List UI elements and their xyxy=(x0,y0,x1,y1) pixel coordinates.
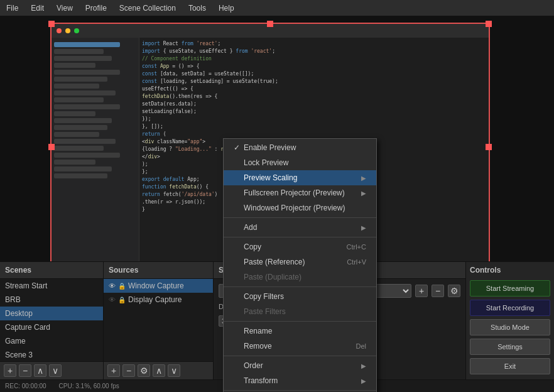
ctx-rename[interactable]: ✓ Rename xyxy=(224,324,376,339)
arrow-transform: ▶ xyxy=(361,378,366,384)
ctx-label-paste-reference: Paste (Reference) xyxy=(244,258,305,266)
exit-button[interactable]: Exit xyxy=(470,358,550,374)
hidden-icon: 👁 xyxy=(109,296,116,303)
studio-mode-button[interactable]: Studio Mode xyxy=(470,319,550,335)
scenes-panel: Scenes Stream Start BRB Desktop Capture … xyxy=(0,262,104,379)
scene-item-scene3[interactable]: Scene 3 xyxy=(0,348,103,361)
ctx-preview-scaling[interactable]: ✓ Preview Scaling ▶ xyxy=(224,170,376,185)
menu-view[interactable]: View xyxy=(50,1,79,15)
scene-item-stream-start[interactable]: Stream Start xyxy=(0,279,103,293)
settings-button[interactable]: Settings xyxy=(470,339,550,355)
scene-down-button[interactable]: ∨ xyxy=(49,364,62,377)
source-label-display: Display Capture xyxy=(128,295,182,304)
remove-scene-button[interactable]: − xyxy=(19,364,31,377)
source-settings-button[interactable]: ⚙ xyxy=(138,364,150,377)
sources-header: Sources xyxy=(104,262,213,279)
lock-icon-1: 🔒 xyxy=(118,283,126,290)
start-streaming-button[interactable]: Start Streaming xyxy=(470,280,550,297)
ctx-sep-5 xyxy=(224,356,376,356)
ctx-sep-6 xyxy=(224,390,376,391)
eye-icon: 👁 xyxy=(109,282,116,290)
source-up-button[interactable]: ∧ xyxy=(153,364,165,377)
scene-item-capture-card[interactable]: Capture Card xyxy=(0,320,103,334)
add-scene-button[interactable]: + xyxy=(4,364,16,377)
start-recording-button[interactable]: Start Recording xyxy=(470,300,550,316)
ctx-label-enable-preview: Enable Preview xyxy=(244,143,296,152)
arrow-fullscreen: ▶ xyxy=(361,190,366,197)
ctx-copy[interactable]: ✓ Copy Ctrl+C xyxy=(224,239,376,254)
remove-transition-button[interactable]: − xyxy=(432,285,444,297)
menu-file[interactable]: File xyxy=(0,1,24,15)
check-icon: ✓ xyxy=(234,143,240,152)
ctx-label-paste-filters: Paste Filters xyxy=(244,307,286,316)
add-source-button[interactable]: + xyxy=(107,364,120,377)
arrow-order: ▶ xyxy=(361,362,366,369)
ctx-label-copy: Copy xyxy=(244,242,261,251)
ctx-label-remove: Remove xyxy=(244,342,272,351)
menu-edit[interactable]: Edit xyxy=(24,1,50,15)
ctx-remove[interactable]: ✓ Remove Del xyxy=(224,339,376,354)
ctx-label-preview-scaling: Preview Scaling xyxy=(244,173,297,182)
context-menu: ✓ Enable Preview ✓ Lock Preview ✓ Previe… xyxy=(223,138,377,392)
ctx-transform[interactable]: ✓ Transform ▶ xyxy=(224,373,376,388)
ctx-sep-2 xyxy=(224,237,376,237)
ctx-label-windowed-projector: Windowed Projector (Preview) xyxy=(244,204,345,212)
ctx-fullscreen-projector[interactable]: ✓ Fullscreen Projector (Preview) ▶ xyxy=(224,185,376,200)
ctx-label-lock-preview: Lock Preview xyxy=(244,158,288,167)
ctx-label-rename: Rename xyxy=(244,327,272,335)
ctx-label-transform: Transform xyxy=(244,376,278,385)
handle-tm[interactable] xyxy=(267,21,273,27)
menubar: File Edit View Profile Scene Collection … xyxy=(0,0,554,16)
ctx-sep-1 xyxy=(224,217,376,218)
cpu-usage: CPU: 3.1%, 60.00 fps xyxy=(59,383,119,389)
remove-shortcut: Del xyxy=(356,342,366,350)
ctx-paste-duplicate: ✓ Paste (Duplicate) xyxy=(224,270,376,285)
ctx-sep-3 xyxy=(224,286,376,287)
add-transition-button[interactable]: + xyxy=(415,285,428,297)
handle-tl[interactable] xyxy=(48,21,55,27)
menu-profile[interactable]: Profile xyxy=(79,1,113,15)
scene-item-desktop[interactable]: Desktop xyxy=(0,307,103,320)
handle-tr[interactable] xyxy=(486,21,492,27)
ctx-label-copy-filters: Copy Filters xyxy=(244,292,284,301)
controls-panel: Controls Start Streaming Start Recording… xyxy=(466,262,554,379)
ctx-enable-preview[interactable]: ✓ Enable Preview xyxy=(224,140,376,155)
source-item-window-capture[interactable]: 👁 🔒 Window Capture xyxy=(104,279,213,293)
ctx-lock-preview[interactable]: ✓ Lock Preview xyxy=(224,155,376,170)
ctx-copy-filters[interactable]: ✓ Copy Filters xyxy=(224,289,376,304)
source-item-display-capture[interactable]: 👁 🔒 Display Capture xyxy=(104,293,213,307)
menu-help[interactable]: Help xyxy=(212,1,241,15)
ctx-add[interactable]: ✓ Add ▶ xyxy=(224,220,376,235)
source-label-window: Window Capture xyxy=(128,281,184,290)
ctx-order[interactable]: ✓ Order ▶ xyxy=(224,358,376,373)
scene-item-brb[interactable]: BRB xyxy=(0,293,103,307)
ctx-label-order: Order xyxy=(244,361,263,370)
handle-mr[interactable] xyxy=(486,144,492,150)
scene-item-game[interactable]: Game xyxy=(0,334,103,348)
scenes-toolbar: + − ∧ ∨ xyxy=(0,361,103,379)
ctx-label-paste-duplicate: Paste (Duplicate) xyxy=(244,273,301,281)
ctx-label-fullscreen-projector: Fullscreen Projector (Preview) xyxy=(244,188,345,197)
lock-icon-2: 🔒 xyxy=(118,297,126,303)
source-down-button[interactable]: ∨ xyxy=(168,364,180,377)
arrow-preview-scaling: ▶ xyxy=(361,175,366,182)
controls-header: Controls xyxy=(470,266,550,277)
menu-scene-collection[interactable]: Scene Collection xyxy=(113,1,182,15)
scenes-header: Scenes xyxy=(0,262,103,279)
sources-panel: Sources 👁 🔒 Window Capture 👁 🔒 Display C… xyxy=(104,262,214,379)
copy-shortcut: Ctrl+C xyxy=(347,243,366,251)
paste-ref-shortcut: Ctrl+V xyxy=(347,258,366,266)
menu-tools[interactable]: Tools xyxy=(182,1,212,15)
scene-up-button[interactable]: ∧ xyxy=(34,364,46,377)
handle-ml[interactable] xyxy=(48,144,55,150)
scenes-list: Stream Start BRB Desktop Capture Card Ga… xyxy=(0,279,103,361)
rec-time: REC: 00:00:00 xyxy=(5,383,46,389)
ctx-paste-reference[interactable]: ✓ Paste (Reference) Ctrl+V xyxy=(224,254,376,270)
remove-source-button[interactable]: − xyxy=(122,364,135,377)
sources-toolbar: + − ⚙ ∧ ∨ xyxy=(104,361,213,379)
transition-gear-button[interactable]: ⚙ xyxy=(448,285,460,297)
ctx-windowed-projector[interactable]: ✓ Windowed Projector (Preview) xyxy=(224,200,376,215)
ctx-sep-4 xyxy=(224,321,376,322)
sources-list: 👁 🔒 Window Capture 👁 🔒 Display Capture xyxy=(104,279,213,361)
ctx-label-add: Add xyxy=(244,223,257,232)
